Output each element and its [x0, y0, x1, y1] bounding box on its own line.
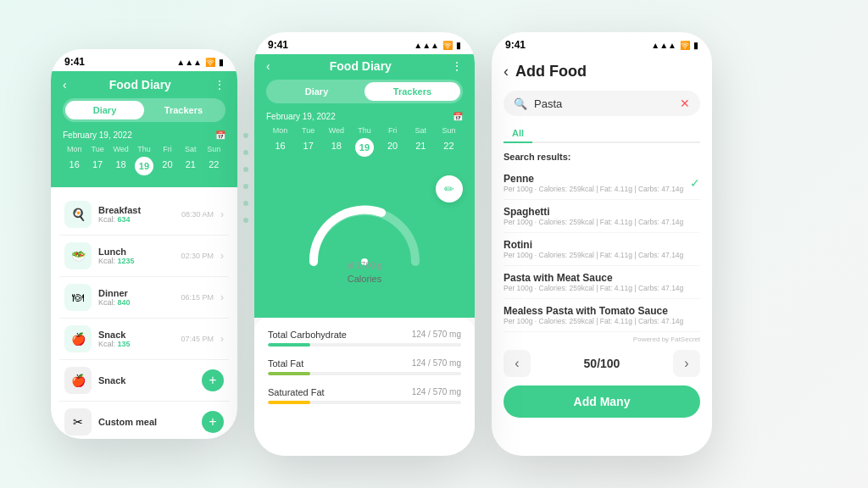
add-many-button[interactable]: Add Many	[504, 385, 700, 418]
progress-fill-sat-fat	[268, 401, 310, 404]
nutrition-sat-fat-label: Saturated Fat	[268, 387, 325, 397]
phone-center: 9:41 ▲▲▲ 🛜 ▮ ‹ Food Diary ⋮ Diary Tracke…	[254, 32, 475, 456]
meal-item-lunch[interactable]: 🥗 Lunch Kcal: 1235 02:30 PM ›	[59, 236, 229, 277]
powered-by: Powered by FatSecret	[504, 336, 700, 343]
filter-tab-all[interactable]: All	[504, 125, 532, 143]
gauge-area: ✏ 720 of 1700 g	[254, 164, 475, 318]
lunch-icon: 🥗	[64, 242, 92, 269]
menu-icon-left[interactable]: ⋮	[214, 78, 225, 92]
search-clear-button[interactable]: ✕	[680, 97, 690, 110]
food-name-spaghetti: Spaghetti	[504, 206, 700, 218]
cal-days-center: 16 17 18 19 20 21 22	[266, 138, 463, 157]
dinner-kcal: Kcal: 840	[98, 298, 174, 307]
battery-icon-c: ▮	[456, 41, 461, 50]
progress-fill-carb	[268, 343, 310, 347]
battery-icon-r: ▮	[693, 41, 698, 50]
edit-button[interactable]: ✏	[436, 175, 463, 202]
snack1-name: Snack	[98, 330, 174, 340]
screen-title: Add Food	[515, 63, 587, 80]
header-title-left: Food Diary	[67, 78, 214, 92]
meal-item-snack1[interactable]: 🍎 Snack Kcal: 135 07:45 PM ›	[59, 319, 229, 360]
qty-value: 50/100	[584, 357, 620, 370]
custom-meal-name: Custom meal	[98, 417, 195, 427]
food-result-spaghetti[interactable]: Spaghetti Per 100g · Calories: 259kcal |…	[504, 200, 700, 233]
qty-decrease-button[interactable]: ‹	[504, 350, 531, 377]
cal-date-center: February 19, 2022	[266, 112, 336, 121]
meal-item-dinner[interactable]: 🍽 Dinner Kcal: 840 06:15 PM ›	[59, 277, 229, 319]
gauge-value: 720 of 1700 g	[345, 237, 385, 270]
nutrition-fat-label: Total Fat	[268, 358, 303, 369]
food-result-pasta-meat[interactable]: Pasta with Meat Sauce Per 100g · Calorie…	[504, 266, 700, 299]
food-result-penne[interactable]: Penne Per 100g · Calories: 259kcal | Fat…	[504, 167, 700, 200]
header-nav-center: ‹ Food Diary ⋮	[266, 59, 463, 73]
search-input-value[interactable]: Pasta	[534, 97, 673, 110]
back-icon-right[interactable]: ‹	[504, 63, 509, 80]
cal-icon-left[interactable]: 📅	[215, 130, 225, 140]
lunch-kcal: Kcal: 1235	[98, 257, 174, 265]
dinner-time: 06:15 PM	[181, 293, 214, 302]
snack2-add-button[interactable]: +	[202, 369, 224, 391]
gauge-number: 720	[345, 237, 385, 261]
gauge-wrap: 720 of 1700 g	[297, 194, 432, 270]
tab-trackers-left[interactable]: Trackers	[144, 101, 223, 119]
penne-check-icon: ✓	[690, 176, 700, 190]
svg-point-9	[243, 167, 248, 172]
progress-bar-sat-fat	[268, 401, 461, 404]
gauge-container: 720 of 1700 g Calories	[266, 177, 463, 301]
quantity-row: ‹ 50/100 ›	[504, 350, 700, 377]
nutrition-carb: Total Carbohydrate 124 / 570 mg	[268, 330, 461, 347]
food-name-penne: Penne	[504, 173, 685, 185]
breakfast-icon: 🍳	[64, 201, 92, 228]
food-name-pasta-tomato: Mealess Pasta with Tomato Sauce	[504, 305, 700, 317]
tab-trackers-center[interactable]: Trackers	[364, 82, 460, 101]
results-label: Search results:	[504, 152, 700, 162]
cal-icon-center[interactable]: 📅	[453, 112, 463, 121]
tab-diary-left[interactable]: Diary	[65, 101, 144, 119]
breakfast-time: 08:30 AM	[181, 210, 214, 219]
status-bar-center: 9:41 ▲▲▲ 🛜 ▮	[254, 32, 475, 54]
green-header-center: ‹ Food Diary ⋮ Diary Trackers February 1…	[254, 54, 475, 164]
breakfast-kcal: Kcal: 634	[98, 215, 175, 224]
snack2-icon: 🍎	[64, 367, 92, 394]
food-result-pasta-tomato[interactable]: Mealess Pasta with Tomato Sauce Per 100g…	[504, 299, 700, 332]
add-food-screen: ‹ Add Food 🔍 Pasta ✕ All Search results:…	[492, 54, 712, 456]
header-nav-left: ‹ Food Diary ⋮	[63, 78, 225, 92]
qty-increase-button[interactable]: ›	[673, 350, 700, 377]
header-title-center: Food Diary	[270, 59, 451, 73]
nutrition-fat: Total Fat 124 / 570 mg	[268, 358, 461, 375]
svg-point-17	[243, 201, 248, 206]
snack1-arrow: ›	[220, 333, 224, 345]
dinner-icon: 🍽	[64, 284, 92, 311]
food-meta-spaghetti: Per 100g · Calories: 259kcal | Fat: 4.11…	[504, 218, 700, 226]
time-left: 9:41	[64, 56, 85, 68]
status-icons-center: ▲▲▲ 🛜 ▮	[414, 41, 461, 50]
progress-bar-fat	[268, 372, 461, 375]
wifi-icon: 🛜	[205, 58, 215, 67]
cal-date-left: February 19, 2022	[63, 130, 132, 140]
lunch-arrow: ›	[220, 250, 224, 262]
food-result-rotini[interactable]: Rotini Per 100g · Calories: 259kcal | Fa…	[504, 233, 700, 266]
status-bar-right: 9:41 ▲▲▲ 🛜 ▮	[492, 32, 712, 54]
nutrition-fat-header: Total Fat 124 / 570 mg	[268, 358, 461, 369]
green-header-left: ‹ Food Diary ⋮ Diary Trackers February 1…	[51, 71, 237, 187]
custom-icon: ✂	[64, 408, 92, 435]
nutrition-carb-header: Total Carbohydrate 124 / 570 mg	[268, 330, 461, 340]
filter-tabs: All	[504, 125, 700, 143]
meal-item-breakfast[interactable]: 🍳 Breakfast Kcal: 634 08:30 AM ›	[59, 194, 229, 236]
food-name-pasta-meat: Pasta with Meat Sauce	[504, 272, 700, 284]
cal-days-header-left: Mon Tue Wed Thu Fri Sat Sun	[63, 145, 225, 153]
phone-right: 9:41 ▲▲▲ 🛜 ▮ ‹ Add Food 🔍 Pasta ✕	[492, 32, 712, 456]
breakfast-arrow: ›	[220, 208, 224, 220]
dinner-name: Dinner	[98, 288, 174, 298]
search-box[interactable]: 🔍 Pasta ✕	[504, 91, 700, 116]
wifi-icon-c: 🛜	[442, 41, 453, 50]
status-icons-right: ▲▲▲ 🛜 ▮	[651, 41, 698, 50]
nutrition-sat-fat-val: 124 / 570 mg	[412, 387, 461, 397]
cal-days-left: 16 17 18 19 20 21 22	[63, 157, 225, 175]
tab-diary-center[interactable]: Diary	[269, 82, 364, 101]
menu-icon-center[interactable]: ⋮	[451, 59, 463, 73]
battery-icon: ▮	[219, 58, 224, 67]
custom-add-button[interactable]: +	[202, 411, 224, 433]
tabs-left: Diary Trackers	[63, 98, 225, 122]
cal-days-header-center: Mon Tue Wed Thu Fri Sat Sun	[266, 126, 463, 135]
